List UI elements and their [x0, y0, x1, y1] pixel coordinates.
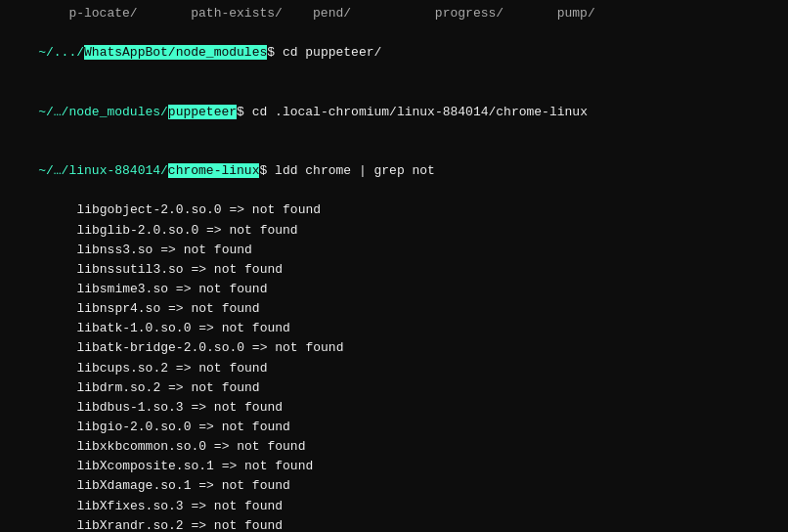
lib-line-15: libXdamage.so.1 => not found [8, 476, 780, 496]
lib-line-12: libgio-2.0.so.0 => not found [8, 418, 780, 437]
lib-line-6: libnspr4.so => not found [8, 299, 780, 319]
lib-line-8: libatk-bridge-2.0.so.0 => not found [8, 338, 780, 358]
prompt-path-2: ~/…/node_modules/puppeteer [38, 105, 237, 119]
lib-line-2: libglib-2.0.so.0 => not found [8, 221, 780, 241]
prompt-line-2: ~/…/node_modules/puppeteer$ cd .local-ch… [8, 83, 780, 142]
lib-line-1: libgobject-2.0.so.0 => not found [8, 200, 780, 220]
lib-line-5: libsmime3.so => not found [8, 280, 780, 299]
lib-line-4: libnssutil3.so => not found [8, 260, 780, 280]
lib-line-7: libatk-1.0.so.0 => not found [8, 319, 780, 338]
lib-line-17: libXrandr.so.2 => not found [8, 516, 780, 532]
header-line: p-locate/ path-exists/ pend/ progress/ p… [8, 4, 780, 23]
cmd-3: ldd chrome | grep not [275, 163, 435, 178]
prompt-dollar-3: $ [259, 163, 275, 178]
prompt-path-3: ~/…/linux-884014/chrome-linux [38, 163, 259, 178]
prompt-path-1: ~/.../WhatsAppBot/node_modules [38, 45, 267, 60]
lib-line-16: libXfixes.so.3 => not found [8, 497, 780, 516]
lib-line-10: libdrm.so.2 => not found [8, 378, 780, 398]
prompt-dollar-1: $ [267, 45, 283, 60]
lib-line-9: libcups.so.2 => not found [8, 359, 780, 378]
lib-line-3: libnss3.so => not found [8, 241, 780, 260]
cmd-2: cd .local-chromium/linux-884014/chrome-l… [252, 105, 588, 119]
prompt-line-3: ~/…/linux-884014/chrome-linux$ ldd chrom… [8, 142, 780, 200]
cmd-1: cd puppeteer/ [283, 45, 381, 60]
lib-line-13: libxkbcommon.so.0 => not found [8, 437, 780, 457]
lib-line-11: libdbus-1.so.3 => not found [8, 398, 780, 418]
prompt-line-1: ~/.../WhatsAppBot/node_modules$ cd puppe… [8, 23, 780, 82]
lib-line-14: libXcomposite.so.1 => not found [8, 457, 780, 476]
terminal-window: p-locate/ path-exists/ pend/ progress/ p… [0, 0, 788, 532]
prompt-dollar-2: $ [237, 105, 252, 119]
